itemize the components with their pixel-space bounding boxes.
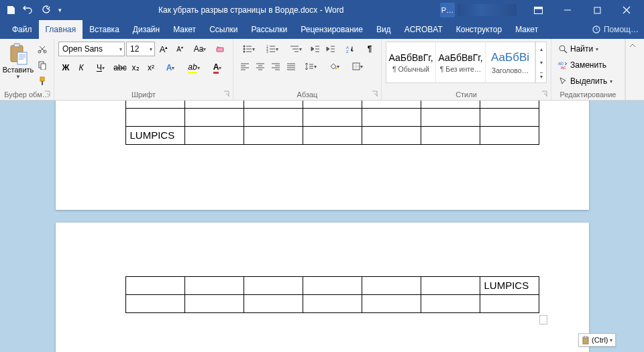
minimize-button[interactable] [553, 0, 582, 20]
table-add-handle[interactable] [539, 315, 547, 325]
paste-button[interactable]: Вставить ▼ [4, 42, 32, 80]
tab-references[interactable]: Ссылки [203, 20, 244, 39]
clear-formatting[interactable] [213, 42, 227, 56]
tab-view[interactable]: Вид [370, 20, 398, 39]
find-button[interactable]: Найти▾ [555, 42, 615, 56]
select-button[interactable]: Выделить▾ [555, 74, 615, 89]
collapse-ribbon[interactable] [625, 39, 639, 100]
text-effects[interactable]: A▾ [159, 60, 182, 75]
ribbon-tabs: Файл Главная Вставка Дизайн Макет Ссылки… [0, 20, 644, 39]
font-size-combo[interactable]: 12▾ [126, 42, 155, 56]
brush-icon [38, 76, 47, 86]
paste-options-button[interactable]: (Ctrl)▾ [578, 333, 615, 347]
grow-font[interactable]: A▴ [156, 42, 171, 56]
tab-layout-table[interactable]: Макет [508, 20, 545, 39]
strikethrough-button[interactable]: abc [113, 60, 127, 75]
shading[interactable]: ▾ [323, 59, 345, 74]
align-center[interactable] [253, 59, 268, 74]
group-font-label: Шрифт [58, 89, 229, 99]
copy-icon [38, 60, 47, 70]
ribbon-display-options[interactable] [523, 0, 553, 20]
svg-text:ac: ac [561, 65, 566, 70]
svg-text:3: 3 [266, 50, 268, 53]
table-cell-lumpics-2[interactable]: LUMPICS [480, 276, 539, 294]
page-2[interactable]: LUMPICS (Ctrl)▾ [56, 223, 589, 352]
group-styles: АаБбВвГг, ¶ Обычный АаБбВвГг, ¶ Без инте… [382, 39, 551, 100]
styles-dialog-launcher[interactable] [541, 90, 549, 98]
close-button[interactable] [612, 0, 641, 20]
save-button[interactable] [3, 2, 19, 18]
page-1[interactable]: LUMPICS [56, 101, 589, 210]
tell-me-label: Помощ… [604, 25, 639, 34]
paste-label: Вставить [3, 66, 34, 74]
subscript-button[interactable]: x₂ [128, 60, 143, 75]
decrease-indent[interactable] [308, 42, 323, 56]
svg-line-36 [564, 50, 567, 53]
search-icon [558, 44, 568, 54]
styles-expand[interactable]: ▾ [536, 69, 546, 82]
line-spacing[interactable]: ▾ [299, 59, 322, 74]
tab-file[interactable]: Файл [5, 20, 39, 39]
show-marks-button[interactable]: ¶ [362, 42, 377, 56]
sort[interactable]: AZ [339, 42, 362, 56]
increase-indent[interactable] [323, 42, 338, 56]
shrink-font[interactable]: A▾ [172, 42, 187, 56]
table-2[interactable]: LUMPICS [125, 276, 539, 313]
align-right[interactable] [268, 59, 283, 74]
tell-me-search[interactable]: Помощ… [586, 20, 644, 39]
borders[interactable]: ▾ [346, 59, 369, 74]
group-clipboard: Вставить ▼ Буфер обм… [0, 39, 54, 100]
styles-scroll-down[interactable]: ▾ [536, 56, 546, 69]
align-left[interactable] [237, 59, 252, 74]
bullets[interactable]: ▾ [237, 42, 260, 56]
tab-home[interactable]: Главная [39, 20, 83, 39]
table-cell-lumpics-1[interactable]: LUMPICS [125, 126, 184, 144]
tab-design[interactable]: Дизайн [126, 20, 166, 39]
spacing-icon [305, 62, 314, 70]
font-color[interactable]: A▾ [206, 60, 229, 75]
font-name-combo[interactable]: Open Sans▾ [58, 42, 125, 56]
superscript-button[interactable]: x² [144, 60, 158, 75]
font-dialog-launcher[interactable] [223, 90, 231, 98]
highlight-color[interactable]: ab▾ [182, 60, 205, 75]
borders-icon [352, 62, 360, 70]
maximize-button[interactable] [582, 0, 612, 20]
tab-review[interactable]: Рецензирование [294, 20, 370, 39]
italic-button[interactable]: К [74, 60, 89, 75]
tab-constructor[interactable]: Конструктор [449, 20, 508, 39]
qat-customize[interactable]: ▾ [55, 2, 64, 18]
group-clipboard-label: Буфер обм… [4, 89, 50, 99]
svg-rect-1 [534, 7, 542, 9]
document-canvas[interactable]: LUMPICS LUMPICS (Ctrl)▾ [0, 101, 644, 352]
underline-button[interactable]: Ч▾ [89, 60, 112, 75]
tab-mailings[interactable]: Рассылки [244, 20, 294, 39]
numbering[interactable]: 123▾ [261, 42, 284, 56]
style-no-spacing[interactable]: АаБбВвГг, ¶ Без инте… [436, 42, 486, 82]
copy-button[interactable] [35, 58, 50, 72]
document-title: Как убрать разрыв страницы в Ворде.docx … [158, 5, 343, 15]
svg-point-35 [559, 46, 565, 51]
replace-button[interactable]: abac Заменить [555, 58, 615, 72]
style-heading1[interactable]: АаБбВі Заголово… [486, 42, 535, 82]
justify[interactable] [284, 59, 299, 74]
svg-rect-11 [41, 64, 46, 70]
style-normal[interactable]: АаБбВвГг, ¶ Обычный [386, 42, 436, 82]
paragraph-dialog-launcher[interactable] [371, 90, 379, 98]
bold-button[interactable]: Ж [58, 60, 73, 75]
svg-rect-40 [584, 336, 587, 338]
change-case[interactable]: Aa▾ [189, 42, 211, 56]
tab-layout[interactable]: Макет [166, 20, 203, 39]
cut-button[interactable] [35, 42, 50, 56]
clipboard-dialog-launcher[interactable] [44, 90, 52, 98]
multilevel-list[interactable]: ▾ [284, 42, 307, 56]
undo-button[interactable] [20, 2, 36, 18]
user-badge[interactable]: Р… [440, 3, 455, 17]
group-editing-label: Редактирование [555, 89, 621, 99]
tab-acrobat[interactable]: ACROBAT [398, 20, 449, 39]
styles-scroll-up[interactable]: ▴ [536, 42, 546, 56]
tab-insert[interactable]: Вставка [83, 20, 126, 39]
redo-button[interactable] [38, 2, 54, 18]
svg-rect-7 [17, 52, 27, 64]
table-1[interactable]: LUMPICS [125, 101, 539, 145]
format-painter-button[interactable] [35, 74, 50, 89]
